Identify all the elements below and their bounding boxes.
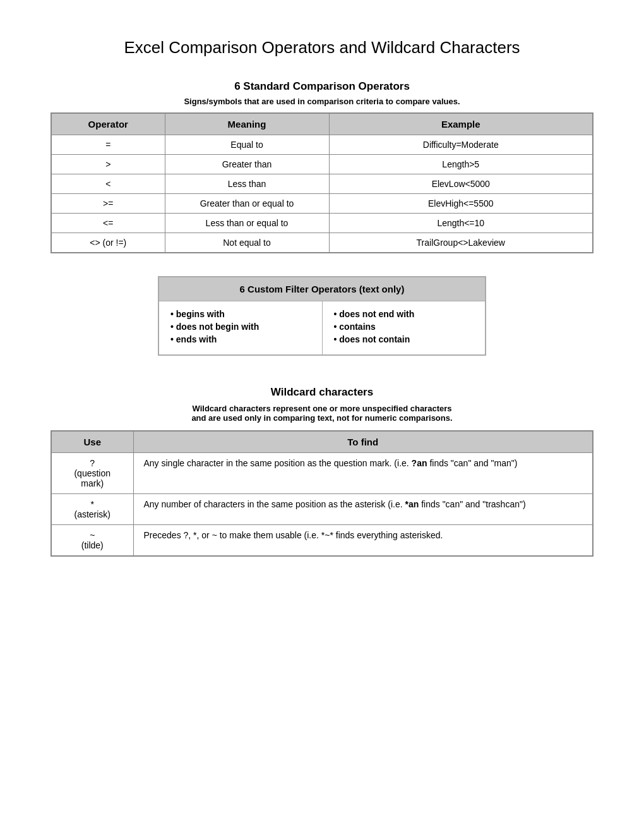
custom-filter-item: begins with — [170, 309, 311, 319]
operator-cell: = — [51, 135, 165, 155]
comparison-table: Operator Meaning Example = Equal to Diff… — [51, 112, 593, 253]
wildcard-title: Wildcard characters — [51, 386, 593, 399]
comparison-row: < Less than ElevLow<5000 — [51, 174, 593, 194]
comparison-section: 6 Standard Comparison Operators Signs/sy… — [51, 80, 593, 253]
custom-filter-item: ends with — [170, 334, 311, 344]
custom-filter-item: contains — [334, 322, 474, 332]
meaning-cell: Not equal to — [165, 233, 329, 253]
meaning-cell: Equal to — [165, 135, 329, 155]
example-cell: TrailGroup<>Lakeview — [329, 233, 593, 253]
comparison-row: >= Greater than or equal to ElevHigh<=55… — [51, 194, 593, 214]
meaning-cell: Less than — [165, 174, 329, 194]
custom-filter-col2: does not end withcontainsdoes not contai… — [323, 301, 486, 354]
col-header-operator: Operator — [51, 113, 165, 135]
wildcard-subtitle: Wildcard characters represent one or mor… — [51, 404, 593, 423]
wildcard-row: ?(question mark) Any single character in… — [51, 453, 593, 494]
custom-filter-list2: does not end withcontainsdoes not contai… — [334, 309, 474, 344]
operator-cell: > — [51, 155, 165, 174]
custom-filter-list1: begins withdoes not begin withends with — [170, 309, 311, 344]
comparison-row: <> (or !=) Not equal to TrailGroup<>Lake… — [51, 233, 593, 253]
wildcard-use-cell: ?(question mark) — [51, 453, 133, 494]
custom-filter-item: does not begin with — [170, 322, 311, 332]
custom-filter-section: 6 Custom Filter Operators (text only) be… — [51, 276, 593, 356]
wildcard-table: Use To find ?(question mark) Any single … — [51, 430, 593, 557]
custom-filter-box: 6 Custom Filter Operators (text only) be… — [158, 276, 486, 356]
custom-filter-body: begins withdoes not begin withends with … — [159, 301, 485, 354]
comparison-section-title: 6 Standard Comparison Operators — [51, 80, 593, 93]
meaning-cell: Greater than — [165, 155, 329, 174]
example-cell: Length>5 — [329, 155, 593, 174]
example-cell: Difficulty=Moderate — [329, 135, 593, 155]
wildcard-find-cell: Precedes ?, *, or ~ to make them usable … — [133, 525, 593, 557]
meaning-cell: Greater than or equal to — [165, 194, 329, 214]
operator-cell: < — [51, 174, 165, 194]
operator-cell: <= — [51, 214, 165, 233]
col-header-example: Example — [329, 113, 593, 135]
page-title: Excel Comparison Operators and Wildcard … — [51, 38, 593, 57]
wildcard-use-cell: ~(tilde) — [51, 525, 133, 557]
operator-cell: >= — [51, 194, 165, 214]
wildcard-col-use: Use — [51, 431, 133, 453]
comparison-section-subtitle: Signs/symbols that are used in compariso… — [51, 97, 593, 106]
custom-filter-item: does not contain — [334, 334, 474, 344]
meaning-cell: Less than or equal to — [165, 214, 329, 233]
wildcard-row: ~(tilde) Precedes ?, *, or ~ to make the… — [51, 525, 593, 557]
custom-filter-header: 6 Custom Filter Operators (text only) — [159, 277, 485, 301]
wildcard-section: Wildcard characters Wildcard characters … — [51, 386, 593, 557]
comparison-row: <= Less than or equal to Length<=10 — [51, 214, 593, 233]
example-cell: Length<=10 — [329, 214, 593, 233]
operator-cell: <> (or !=) — [51, 233, 165, 253]
wildcard-find-cell: Any single character in the same positio… — [133, 453, 593, 494]
wildcard-col-find: To find — [133, 431, 593, 453]
wildcard-use-cell: *(asterisk) — [51, 494, 133, 525]
col-header-meaning: Meaning — [165, 113, 329, 135]
custom-filter-item: does not end with — [334, 309, 474, 319]
custom-filter-col1: begins withdoes not begin withends with — [159, 301, 323, 354]
comparison-row: > Greater than Length>5 — [51, 155, 593, 174]
wildcard-row: *(asterisk) Any number of characters in … — [51, 494, 593, 525]
comparison-row: = Equal to Difficulty=Moderate — [51, 135, 593, 155]
wildcard-find-cell: Any number of characters in the same pos… — [133, 494, 593, 525]
example-cell: ElevLow<5000 — [329, 174, 593, 194]
example-cell: ElevHigh<=5500 — [329, 194, 593, 214]
